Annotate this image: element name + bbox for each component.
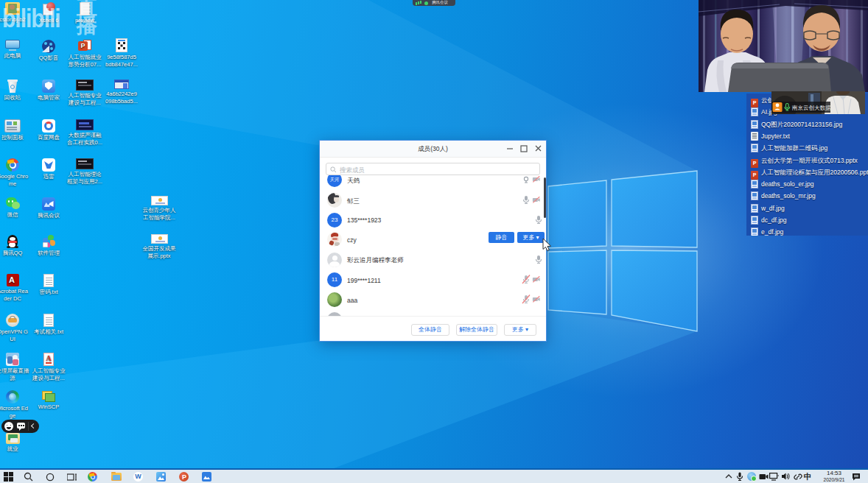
svg-text:南京云创大数据: 南京云创大数据 bbox=[791, 105, 831, 111]
